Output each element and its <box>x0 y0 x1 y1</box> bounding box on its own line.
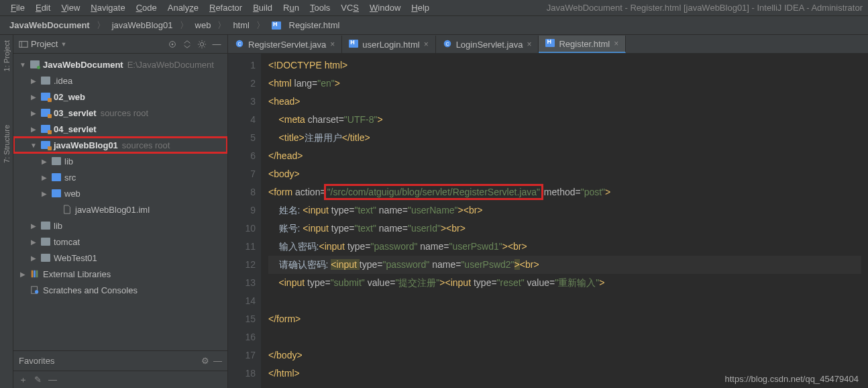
tree-row[interactable]: ▶lib <box>13 153 227 169</box>
tree-row[interactable]: ▶04_servlet <box>13 121 227 137</box>
locate-icon[interactable] <box>167 39 178 50</box>
tab-label: LoginServlet.java <box>456 40 523 50</box>
tree-row[interactable]: ▶tomcat <box>13 234 227 250</box>
folder-icon <box>40 91 51 102</box>
menu-tools[interactable]: Tools <box>305 1 335 14</box>
tree-row[interactable]: ▶lib <box>13 217 227 234</box>
svg-text:C: C <box>445 41 449 46</box>
tree-hint: E:\JavaWebDocument <box>127 60 214 70</box>
add-icon[interactable]: ＋ <box>19 374 28 386</box>
file-icon: C <box>443 39 452 50</box>
tree-arrow-icon[interactable]: ▶ <box>19 271 27 278</box>
editor-tab[interactable]: userLogin.html× <box>342 36 435 53</box>
editor-tab[interactable]: CLoginServlet.java× <box>436 36 539 53</box>
file-icon: C <box>235 39 244 50</box>
tree-row[interactable]: ▶src <box>13 169 227 185</box>
tree-hint: sources root <box>101 108 149 118</box>
menu-code[interactable]: Code <box>131 1 162 14</box>
tree-row[interactable]: ▶External Libraries <box>13 266 227 282</box>
tree-arrow-icon[interactable]: ▶ <box>40 174 48 181</box>
project-panel: Project ▼ — ▼JavaWebDocumentE:\JavaWebDo… <box>13 35 228 388</box>
folder-icon <box>40 124 51 134</box>
menu-navigate[interactable]: Navigate <box>85 1 130 14</box>
tree-row[interactable]: ▼JavaWebDocumentE:\JavaWebDocument <box>13 56 227 72</box>
tree-arrow-icon[interactable]: ▶ <box>40 190 48 197</box>
tree-label: 04_servlet <box>54 124 97 134</box>
folder-icon <box>40 220 51 231</box>
menu-view[interactable]: View <box>56 1 85 14</box>
menu-file[interactable]: File <box>5 1 30 14</box>
edit-icon[interactable]: ✎ <box>34 375 42 385</box>
tree-arrow-icon[interactable]: ▶ <box>30 126 38 133</box>
tree-row[interactable]: ▶.idea <box>13 72 227 89</box>
hide-icon[interactable]: — <box>211 39 222 50</box>
menu-help[interactable]: Help <box>406 1 435 14</box>
svg-rect-5 <box>32 271 34 278</box>
editor-tab[interactable]: Register.html× <box>539 36 626 53</box>
tree-arrow-icon[interactable]: ▶ <box>30 77 38 85</box>
breadcrumb-item[interactable]: javaWebBlog01 <box>108 19 177 32</box>
gear-icon[interactable] <box>197 39 207 50</box>
tree-hint: sources root <box>122 140 170 150</box>
html-icon <box>272 21 281 30</box>
tree-row[interactable]: javaWebBlog01.iml <box>13 201 227 217</box>
project-dropdown[interactable]: Project ▼ <box>19 39 66 49</box>
bottom-toolbar: ＋ ✎ — <box>13 371 227 388</box>
folder-icon <box>62 204 72 215</box>
breadcrumb-item[interactable]: html <box>229 19 254 32</box>
breadcrumb-item[interactable]: JavaWebDocument <box>5 19 94 32</box>
tree-row[interactable]: ▶02_web <box>13 89 227 105</box>
breadcrumb-bar: JavaWebDocument 〉 javaWebBlog01 〉 web 〉 … <box>0 16 868 35</box>
collapse-icon[interactable] <box>182 39 193 50</box>
tree-arrow-icon[interactable]: ▶ <box>30 93 38 101</box>
gear-icon[interactable]: ⚙ <box>201 356 209 366</box>
menu-analyze[interactable]: Analyze <box>162 1 204 14</box>
close-icon[interactable]: × <box>527 40 531 49</box>
menu-edit[interactable]: Edit <box>30 1 56 14</box>
project-tree[interactable]: ▼JavaWebDocumentE:\JavaWebDocument▶.idea… <box>13 54 227 350</box>
tree-row[interactable]: ▶WebTest01 <box>13 250 227 266</box>
tree-row[interactable]: Scratches and Consoles <box>13 282 227 298</box>
svg-point-4 <box>200 42 203 46</box>
remove-icon[interactable]: — <box>48 375 57 385</box>
close-icon[interactable]: × <box>614 39 618 48</box>
favorites-bar[interactable]: Favorites ⚙ — <box>13 350 227 371</box>
close-icon[interactable]: × <box>424 40 429 49</box>
workspace: 1: Project 7: Structure Project ▼ — ▼Jav… <box>0 35 868 388</box>
close-icon[interactable]: × <box>330 40 335 49</box>
breadcrumb-sep: 〉 <box>254 19 268 32</box>
svg-rect-6 <box>34 271 36 278</box>
project-tool-button[interactable]: 1: Project <box>3 40 11 71</box>
tree-label: src <box>64 173 76 183</box>
code-editor[interactable]: <!DOCTYPE html><html lang="en"><head> <m… <box>262 54 868 388</box>
tree-arrow-icon[interactable]: ▶ <box>30 222 38 230</box>
tree-label: JavaWebDocument <box>43 60 123 70</box>
tree-arrow-icon[interactable]: ▼ <box>19 61 27 68</box>
tree-arrow-icon[interactable]: ▶ <box>30 238 38 246</box>
file-icon <box>349 40 358 50</box>
menu-window[interactable]: Window <box>364 1 406 14</box>
hide-icon[interactable]: — <box>213 356 222 366</box>
tree-row[interactable]: ▶web <box>13 185 227 201</box>
breadcrumb-sep: 〉 <box>215 19 229 32</box>
editor-area: CRegisterServlet.java×userLogin.html×CLo… <box>228 35 868 388</box>
line-number-gutter: 12345678✓9101112131415161718 <box>228 54 262 388</box>
menu-build[interactable]: Build <box>248 1 278 14</box>
folder-icon <box>51 188 62 199</box>
tree-arrow-icon[interactable]: ▼ <box>30 142 38 149</box>
svg-rect-0 <box>19 41 28 47</box>
breadcrumb-item[interactable]: Register.html <box>268 19 344 32</box>
editor-tab[interactable]: CRegisterServlet.java× <box>228 36 342 53</box>
menu-run[interactable]: Run <box>278 1 305 14</box>
tree-label: 03_servlet <box>54 108 97 118</box>
tree-row[interactable]: ▶03_servletsources root <box>13 105 227 121</box>
breadcrumb-item[interactable]: web <box>191 19 215 32</box>
folder-icon <box>51 172 62 183</box>
menu-vcs[interactable]: VCS <box>335 1 364 14</box>
structure-tool-button[interactable]: 7: Structure <box>3 125 11 163</box>
tree-row[interactable]: ▼javaWebBlog01sources root <box>13 137 227 153</box>
menu-refactor[interactable]: Refactor <box>204 1 248 14</box>
tree-arrow-icon[interactable]: ▶ <box>30 109 38 117</box>
tree-arrow-icon[interactable]: ▶ <box>30 254 38 262</box>
tree-arrow-icon[interactable]: ▶ <box>40 158 48 165</box>
